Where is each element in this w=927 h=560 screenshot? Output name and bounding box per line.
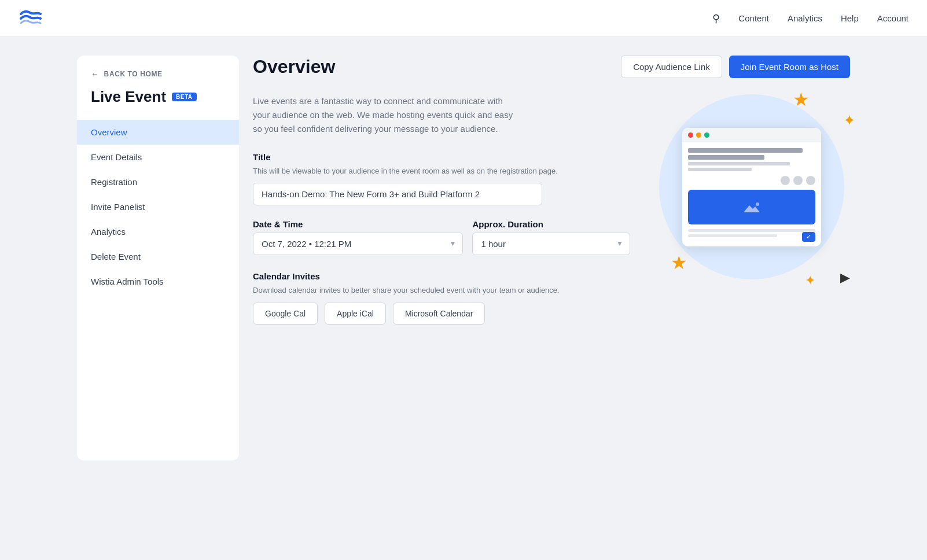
duration-select-wrap: 30 minutes 1 hour 1.5 hours 2 hours 3 ho… xyxy=(472,233,630,255)
title-section: Title This will be viewable to your audi… xyxy=(253,152,630,205)
sidebar-item-analytics[interactable]: Analytics xyxy=(77,219,239,244)
browser-dot-red xyxy=(688,132,693,138)
google-cal-button[interactable]: Google Cal xyxy=(253,303,318,325)
star-icon: ✦ xyxy=(843,112,856,130)
title-label: Title xyxy=(253,152,630,162)
calendar-invites-sublabel: Download calendar invites to better shar… xyxy=(253,285,630,296)
star-icon: ★ xyxy=(671,252,687,274)
back-arrow-icon: ← xyxy=(91,69,100,79)
browser-bar xyxy=(682,128,821,142)
join-event-room-button[interactable]: Join Event Room as Host xyxy=(729,56,850,78)
duration-select[interactable]: 30 minutes 1 hour 1.5 hours 2 hours 3 ho… xyxy=(472,233,630,255)
nav-account[interactable]: Account xyxy=(877,13,908,23)
nav-help[interactable]: Help xyxy=(841,13,859,23)
date-time-select[interactable]: Oct 7, 2022 • 12:21 PM xyxy=(253,233,463,255)
page-body: ← BACK TO HOME Live Event BETA Overview … xyxy=(58,37,869,479)
date-select-wrap: Oct 7, 2022 • 12:21 PM ▼ xyxy=(253,233,463,255)
image-placeholder xyxy=(688,190,815,224)
content-header: Overview Copy Audience Link Join Event R… xyxy=(253,56,850,78)
apple-ical-button[interactable]: Apple iCal xyxy=(325,303,386,325)
topnav: ⚲ Content Analytics Help Account xyxy=(0,0,927,37)
sidebar-item-overview[interactable]: Overview xyxy=(77,120,239,145)
logo[interactable] xyxy=(19,9,42,28)
microsoft-calendar-button[interactable]: Microsoft Calendar xyxy=(393,303,485,325)
page-title: Overview xyxy=(253,56,335,78)
back-to-home-btn[interactable]: ← BACK TO HOME xyxy=(77,69,239,88)
browser-dot-yellow xyxy=(696,132,701,138)
intro-text: Live events are a fantastic way to conne… xyxy=(253,94,519,136)
sidebar-item-event-details[interactable]: Event Details xyxy=(77,145,239,170)
sidebar-item-delete-event[interactable]: Delete Event xyxy=(77,244,239,269)
svg-point-0 xyxy=(756,202,759,206)
copy-audience-link-button[interactable]: Copy Audience Link xyxy=(621,56,722,78)
date-time-label: Date & Time xyxy=(253,219,463,229)
illustration-circle: ★ ✦ ★ ✦ xyxy=(659,94,844,279)
sidebar-title-row: Live Event BETA xyxy=(77,88,239,120)
event-title-input[interactable] xyxy=(253,183,542,205)
browser-content: ✓ xyxy=(682,142,821,246)
back-label: BACK TO HOME xyxy=(104,70,163,78)
duration-label: Approx. Duration xyxy=(472,219,630,229)
sidebar-nav: Overview Event Details Registration Invi… xyxy=(77,120,239,294)
content-area: Live events are a fantastic way to conne… xyxy=(253,94,850,325)
date-group: Date & Time Oct 7, 2022 • 12:21 PM ▼ xyxy=(253,219,463,255)
title-sublabel: This will be viewable to your audience i… xyxy=(253,165,630,177)
sidebar-title: Live Event xyxy=(91,88,166,106)
browser-mockup: ✓ xyxy=(682,128,821,246)
main-content: Overview Copy Audience Link Join Event R… xyxy=(253,56,850,460)
calendar-buttons: Google Cal Apple iCal Microsoft Calendar xyxy=(253,303,630,325)
sidebar-item-wistia-admin-tools[interactable]: Wistia Admin Tools xyxy=(77,269,239,294)
checkmark-badge: ✓ xyxy=(802,232,815,242)
sidebar-item-invite-panelist[interactable]: Invite Panelist xyxy=(77,194,239,219)
gray-lines xyxy=(688,229,815,237)
star-icon: ★ xyxy=(793,89,810,110)
search-icon[interactable]: ⚲ xyxy=(712,12,720,25)
nav-content[interactable]: Content xyxy=(738,13,769,23)
signature-lines xyxy=(688,148,815,171)
star-icon: ✦ xyxy=(805,273,815,288)
illustration: ★ ✦ ★ ✦ xyxy=(653,94,850,325)
beta-badge: BETA xyxy=(172,93,196,101)
date-duration-row: Date & Time Oct 7, 2022 • 12:21 PM ▼ App… xyxy=(253,219,630,255)
sidebar-item-registration[interactable]: Registration xyxy=(77,170,239,194)
duration-group: Approx. Duration 30 minutes 1 hour 1.5 h… xyxy=(472,219,630,255)
topnav-links: ⚲ Content Analytics Help Account xyxy=(712,12,908,25)
calendar-invites-section: Calendar Invites Download calendar invit… xyxy=(253,271,630,325)
calendar-invites-label: Calendar Invites xyxy=(253,271,630,281)
sidebar: ← BACK TO HOME Live Event BETA Overview … xyxy=(77,56,239,460)
header-buttons: Copy Audience Link Join Event Room as Ho… xyxy=(621,56,850,78)
cursor-icon: ▶ xyxy=(840,270,850,285)
browser-dot-green xyxy=(704,132,709,138)
nav-analytics[interactable]: Analytics xyxy=(788,13,822,23)
content-left: Live events are a fantastic way to conne… xyxy=(253,94,630,325)
